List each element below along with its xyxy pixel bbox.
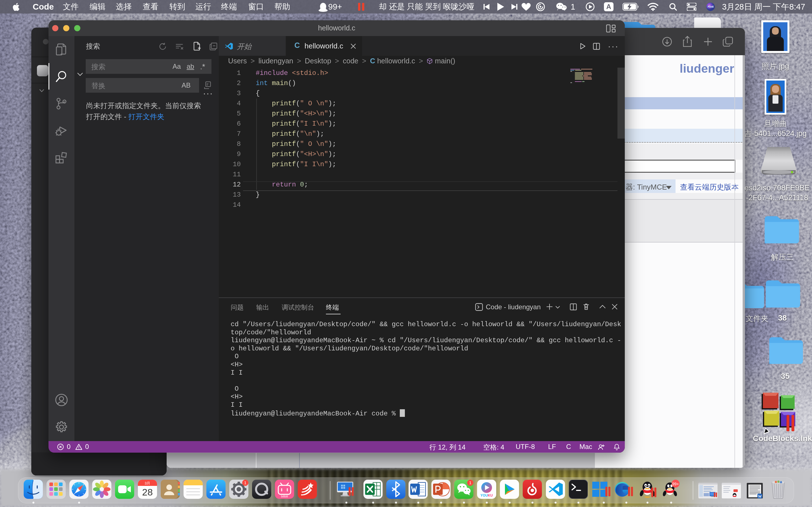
svg-text:99+: 99+ [672, 482, 679, 486]
svg-text:1: 1 [469, 480, 471, 485]
svg-text:bilibili: bilibili [281, 495, 288, 498]
svg-text:28: 28 [142, 487, 153, 497]
svg-text:YOUKU: YOUKU [480, 494, 493, 497]
svg-text:3月: 3月 [145, 481, 150, 485]
svg-text:1: 1 [244, 480, 246, 485]
